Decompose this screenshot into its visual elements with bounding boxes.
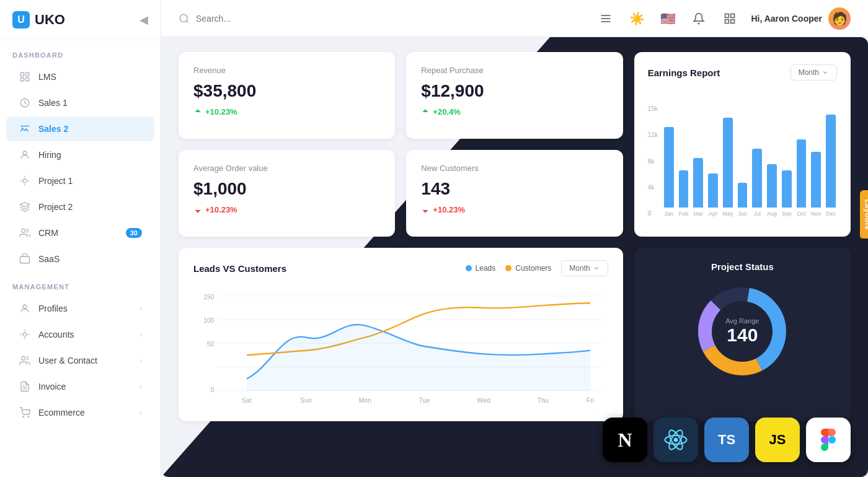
sidebar-item-label: Invoice [38, 382, 66, 392]
new-customers-change: +10.23% [421, 205, 608, 214]
svg-rect-20 [725, 14, 729, 17]
repeat-purchase-card: Repeat Purchase $12,900 +20.4% [406, 52, 622, 139]
bar-group: Feb [678, 170, 690, 217]
crm-icon [19, 227, 31, 239]
revenue-card: Revenue $35,800 +10.23% [179, 52, 395, 139]
svg-rect-23 [725, 19, 729, 23]
svg-rect-2 [26, 78, 29, 81]
avatar: 🧑 [828, 7, 851, 30]
bar [811, 152, 821, 208]
bar [782, 170, 792, 208]
svg-text:0: 0 [211, 387, 215, 394]
revenue-label: Revenue [193, 66, 380, 75]
nextjs-icon[interactable]: N [603, 418, 647, 462]
search-input[interactable] [196, 14, 320, 24]
figma-icon[interactable] [806, 418, 851, 462]
sidebar-item-crm[interactable]: CRM 30 [6, 221, 154, 245]
bar-group: Dec [825, 115, 837, 217]
chevron-down-icon [593, 265, 600, 272]
revenue-value: $35,800 [193, 81, 380, 101]
javascript-icon[interactable]: JS [755, 418, 800, 462]
leads-chart: 150 100 50 0 Sat Sun Mon Tue Wed Thu Fri [193, 281, 608, 411]
svg-point-5 [23, 151, 27, 155]
main-content: ☀️ 🇺🇸 Hi, Aaron Cooper 🧑 Revenue $35,800 [161, 0, 868, 477]
sidebar-item-user-contact[interactable]: User & Contact › [6, 348, 154, 373]
sales1-icon [19, 97, 31, 109]
ecommerce-icon [19, 406, 31, 419]
accounts-icon [19, 328, 31, 341]
sidebar-item-label: Accounts [38, 330, 74, 339]
saas-icon [19, 253, 31, 265]
notification-icon[interactable] [689, 9, 709, 28]
leads-month-button[interactable]: Month [561, 260, 608, 276]
bar [826, 115, 836, 208]
earnings-card: Earnings Report Month 15k 11k 8k 4k 0 [634, 52, 851, 237]
sidebar-item-sales2[interactable]: Sales 2 [6, 116, 154, 141]
sidebar-item-accounts[interactable]: Accounts › [6, 322, 154, 347]
collapse-button[interactable]: ◀ [140, 13, 148, 27]
apps-icon[interactable] [720, 9, 740, 28]
bar-group: Jun [737, 183, 749, 217]
logo-icon: U [12, 11, 30, 28]
new-customers-value: 143 [421, 179, 608, 199]
header-right: ☀️ 🇺🇸 Hi, Aaron Cooper 🧑 [596, 7, 851, 30]
svg-point-6 [23, 179, 27, 183]
sidebar-item-invoice[interactable]: Invoice › [6, 374, 154, 399]
sidebar-item-lms[interactable]: LMS [6, 64, 154, 89]
flag-icon[interactable]: 🇺🇸 [658, 9, 678, 28]
svg-point-7 [22, 229, 25, 232]
chevron-right-icon: › [140, 304, 142, 313]
react-icon[interactable] [653, 418, 698, 462]
bar-label: Jul [754, 211, 761, 217]
svg-text:Fri: Fri [587, 396, 594, 404]
theme-icon[interactable]: ☀️ [627, 9, 647, 28]
logo: U UKO [12, 11, 65, 28]
menu-icon[interactable] [596, 9, 616, 28]
bar-label: Mar [693, 211, 703, 217]
sidebar-item-saas[interactable]: SaaS [6, 247, 154, 271]
bar-label: Feb [679, 211, 689, 217]
bar-group: Mar [692, 158, 704, 217]
sidebar-item-project2[interactable]: Project 2 [6, 195, 154, 219]
crm-badge: 30 [126, 228, 142, 238]
bar [752, 149, 762, 208]
up-arrow-icon [421, 108, 430, 116]
chevron-right-icon: › [140, 382, 142, 391]
sidebar-item-sales1[interactable]: Sales 1 [6, 90, 154, 115]
user-info[interactable]: Hi, Aaron Cooper 🧑 [751, 7, 851, 30]
bar [767, 164, 777, 208]
earnings-title: Earnings Report [648, 68, 720, 78]
svg-rect-3 [20, 78, 24, 81]
bar-label: Jan [664, 211, 673, 217]
repeat-purchase-label: Repeat Purchase [421, 66, 608, 75]
typescript-icon[interactable]: TS [704, 418, 749, 462]
bar [679, 170, 689, 208]
svg-text:Tue: Tue [419, 396, 430, 404]
sidebar-item-hiring[interactable]: Hiring [6, 142, 154, 167]
bar [664, 127, 674, 208]
leads-legend: Leads [466, 264, 496, 273]
layouts-tab[interactable]: Layouts [860, 190, 868, 239]
down-arrow-icon [421, 206, 430, 214]
bar [738, 183, 748, 208]
svg-text:Mon: Mon [359, 396, 372, 404]
chevron-down-icon [822, 69, 829, 76]
user-contact-icon [19, 354, 31, 367]
sidebar-item-label: Hiring [38, 150, 61, 160]
bar-group: Apr [707, 173, 719, 217]
bar-label: Apr [709, 211, 717, 217]
sidebar-item-profiles[interactable]: Profiles › [6, 296, 154, 321]
sidebar-item-project1[interactable]: Project 1 [6, 168, 154, 193]
sidebar-item-label: LMS [38, 72, 56, 82]
svg-point-9 [23, 305, 27, 309]
svg-text:Wed: Wed [477, 396, 490, 404]
bar-group: Jan [663, 127, 675, 217]
bar [723, 118, 733, 208]
svg-rect-8 [20, 256, 30, 263]
project2-icon [19, 201, 31, 213]
sidebar-item-ecommerce[interactable]: Ecommerce › [6, 400, 154, 425]
earnings-month-button[interactable]: Month [790, 64, 837, 81]
down-arrow-icon [193, 206, 202, 214]
bar-group: Jul [751, 149, 763, 217]
bar-group: Aug [766, 164, 778, 217]
